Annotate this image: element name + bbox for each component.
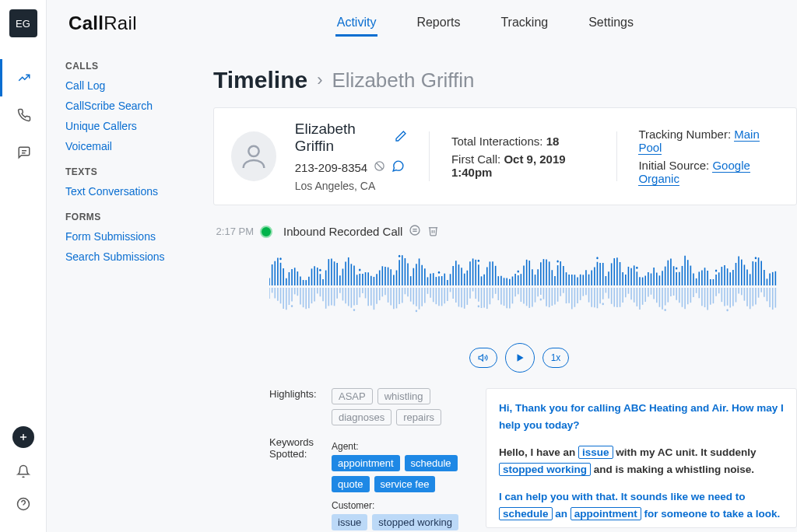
caller-avatar	[231, 131, 276, 181]
top-nav: Activity Reports Tracking Settings	[335, 11, 635, 37]
tag-quote[interactable]: quote	[332, 476, 370, 492]
ti-value: 18	[546, 135, 560, 148]
nav-tracking[interactable]: Tracking	[499, 11, 549, 37]
timeline-dot-icon	[260, 226, 272, 238]
page-content: Timeline › Elizabeth Griffin Elizabeth G…	[195, 47, 797, 532]
fc-label: First Call:	[451, 152, 504, 166]
sidebar-item-form-subs[interactable]: Form Submissions	[65, 230, 187, 243]
nav-activity[interactable]: Activity	[335, 11, 378, 37]
keyword-panel: Highlights: ASAPwhistlingdiagnosesrepair…	[269, 388, 472, 532]
transcript[interactable]: Hi, Thank you for calling ABC Heating an…	[486, 388, 797, 528]
breadcrumb: Timeline › Elizabeth Griffin	[195, 61, 797, 107]
speed-button[interactable]: 1x	[542, 348, 570, 368]
svg-point-170	[478, 260, 479, 262]
chevron-right-icon: ›	[317, 70, 322, 90]
rail-activity-icon[interactable]	[0, 59, 47, 96]
svg-point-319	[676, 267, 677, 269]
sidebar: CALLS Call Log CallScribe Search Unique …	[47, 47, 195, 532]
svg-point-230	[556, 261, 558, 263]
svg-point-348	[715, 270, 717, 272]
svg-point-124	[416, 310, 417, 312]
svg-point-259	[596, 257, 598, 259]
sidebar-item-call-log[interactable]: Call Log	[65, 79, 187, 92]
svg-line-8	[377, 163, 383, 170]
volume-button[interactable]	[469, 348, 497, 368]
svg-point-77	[353, 309, 355, 311]
svg-marker-394	[517, 354, 523, 361]
ti-label: Total Interactions:	[451, 135, 546, 148]
svg-point-357	[726, 309, 728, 311]
page-title: Timeline	[213, 67, 307, 93]
svg-point-264	[602, 303, 604, 305]
play-button[interactable]	[505, 343, 535, 373]
edit-name-icon[interactable]	[395, 129, 407, 146]
logo[interactable]: CallRail	[68, 12, 137, 34]
tag-repairs[interactable]: repairs	[396, 409, 441, 425]
sidebar-item-text-conv[interactable]: Text Conversations	[65, 185, 187, 198]
topbar: CallRail Activity Reports Tracking Setti…	[47, 0, 797, 47]
svg-point-378	[755, 257, 757, 259]
kw-stopped-working: stopped working	[499, 463, 591, 476]
tag-stopped-working[interactable]: stopped working	[372, 514, 458, 530]
main: CallRail Activity Reports Tracking Setti…	[47, 0, 797, 532]
transcript-line: Hi, Thank you for calling ABC Heating an…	[499, 402, 784, 431]
kw-appointment: appointment	[571, 507, 641, 520]
transcript-icon[interactable]	[409, 224, 421, 239]
svg-point-289	[636, 267, 637, 269]
sidebar-item-voicemail[interactable]: Voicemail	[65, 140, 187, 152]
svg-point-200	[518, 270, 519, 272]
svg-point-31	[291, 305, 293, 307]
svg-point-82	[359, 268, 360, 271]
svg-point-310	[664, 309, 665, 311]
kw-issue: issue	[578, 446, 613, 459]
highlights-label: Highlights:	[269, 388, 332, 425]
help-icon[interactable]	[14, 495, 33, 513]
waveform[interactable]	[195, 239, 797, 338]
agent-sublabel: Agent:	[332, 441, 472, 452]
keywords-label: Keywords Spotted:	[269, 436, 332, 532]
svg-point-22	[279, 257, 281, 260]
event-time: 2:17 PM	[213, 226, 254, 237]
rail-phone-icon[interactable]	[0, 96, 47, 134]
message-icon[interactable]	[391, 159, 405, 175]
tag-asap[interactable]: ASAP	[332, 388, 373, 404]
rail-message-icon[interactable]	[0, 134, 47, 171]
nav-reports[interactable]: Reports	[415, 11, 462, 37]
sidebar-heading-texts: TEXTS	[65, 166, 187, 177]
tag-schedule[interactable]: schedule	[405, 455, 458, 471]
svg-point-171	[478, 305, 479, 307]
tn-label: Tracking Number:	[638, 128, 734, 141]
tag-diagnoses[interactable]: diagnoses	[332, 409, 391, 425]
caller-card: Elizabeth Griffin 213-209-8354	[213, 107, 797, 205]
svg-point-217	[540, 299, 542, 301]
tag-issue[interactable]: issue	[332, 514, 367, 530]
user-avatar[interactable]: EG	[9, 9, 37, 37]
trash-icon[interactable]	[427, 225, 439, 239]
icon-rail: EG	[0, 0, 47, 532]
nav-settings[interactable]: Settings	[587, 11, 635, 37]
svg-point-52	[319, 269, 321, 271]
svg-point-6	[248, 146, 258, 156]
sidebar-item-search-subs[interactable]: Search Submissions	[65, 250, 187, 263]
customer-sublabel: Customer:	[332, 500, 472, 511]
sidebar-heading-forms: FORMS	[65, 212, 187, 222]
sidebar-item-unique-callers[interactable]: Unique Callers	[65, 120, 187, 132]
tag-whistling[interactable]: whistling	[377, 388, 430, 404]
is-label: Initial Source:	[638, 159, 712, 172]
blocked-icon[interactable]	[374, 160, 385, 174]
tag-appointment[interactable]: appointment	[332, 455, 400, 471]
sidebar-item-callscribe[interactable]: CallScribe Search	[65, 100, 187, 112]
bell-icon[interactable]	[14, 462, 33, 481]
caller-phone: 213-209-8354	[295, 161, 367, 174]
kw-schedule: schedule	[499, 507, 553, 520]
svg-marker-393	[479, 355, 483, 361]
sidebar-heading-calls: CALLS	[65, 61, 187, 72]
timeline: 2:17 PM Inbound Recorded Call	[195, 224, 797, 532]
add-button[interactable]	[12, 426, 34, 448]
svg-point-9	[410, 226, 420, 235]
event-title: Inbound Recorded Call	[283, 225, 402, 238]
svg-point-141	[438, 271, 440, 274]
caller-location: Los Angeles, CA	[295, 180, 407, 192]
caller-name: Elizabeth Griffin	[295, 121, 387, 155]
tag-service-fee[interactable]: service fee	[374, 476, 436, 492]
